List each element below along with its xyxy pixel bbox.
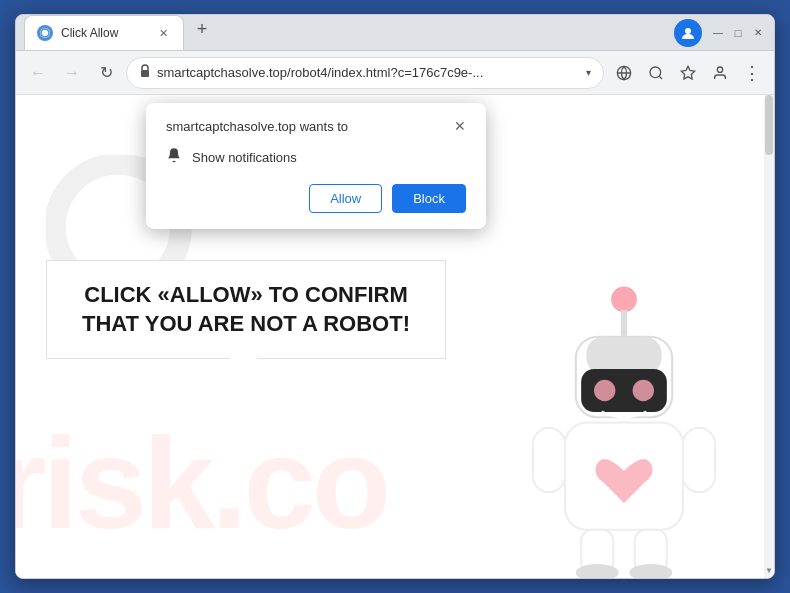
back-button[interactable]: ← [24,59,52,87]
close-button[interactable]: ✕ [750,25,766,41]
svg-rect-12 [587,337,662,375]
allow-button[interactable]: Allow [309,184,382,213]
scrollbar-down-button[interactable]: ▼ [764,562,774,578]
svg-rect-10 [621,310,627,337]
svg-point-4 [650,67,661,78]
notification-popup: smartcaptchasolve.top wants to ✕ Show no… [146,103,486,229]
profile-button[interactable] [674,19,702,47]
popup-title-text: smartcaptchasolve.top wants to [166,119,348,134]
reload-button[interactable]: ↻ [92,59,120,87]
search-button[interactable] [642,59,670,87]
svg-marker-5 [681,66,694,79]
svg-point-15 [594,380,615,401]
robot-illustration [514,278,734,578]
toolbar: ← → ↻ smartcaptchasolve.top/robot4/index… [16,51,774,95]
popup-header: smartcaptchasolve.top wants to ✕ [166,119,466,134]
url-text: smartcaptchasolve.top/robot4/index.html?… [157,65,580,80]
tab-strip: Click Allow ✕ + [24,15,674,50]
page-content: risk.co CLICK «ALLOW» TO CONFIRM THAT YO… [16,95,774,578]
scrollbar-thumb[interactable] [765,95,773,155]
translate-button[interactable] [610,59,638,87]
svg-point-17 [633,380,654,401]
active-tab[interactable]: Click Allow ✕ [24,15,184,50]
minimize-button[interactable]: — [710,25,726,41]
bell-icon [166,146,182,168]
lock-icon [139,64,151,81]
menu-button[interactable]: ⋮ [738,59,766,87]
speech-bubble-tail [228,356,258,378]
popup-buttons: Allow Block [166,184,466,213]
popup-close-button[interactable]: ✕ [454,119,466,133]
page-main-content: CLICK «ALLOW» TO CONFIRM THAT YOU ARE NO… [46,260,446,359]
toolbar-icons: ⋮ [610,59,766,87]
tab-title-text: Click Allow [61,26,147,40]
browser-window: Click Allow ✕ + — □ ✕ ← → ↻ [15,14,775,579]
tab-close-button[interactable]: ✕ [155,25,171,41]
block-button[interactable]: Block [392,184,466,213]
profile-account-button[interactable] [706,59,734,87]
svg-rect-20 [683,428,715,492]
watermark-text: risk.co [16,408,387,558]
svg-point-9 [611,287,637,313]
address-bar[interactable]: smartcaptchasolve.top/robot4/index.html?… [126,57,604,89]
down-arrow-icon: ▾ [586,67,591,78]
svg-rect-19 [533,428,565,492]
title-bar: Click Allow ✕ + — □ ✕ [16,15,774,51]
svg-point-1 [685,28,691,34]
svg-rect-2 [141,70,149,77]
page-heading: CLICK «ALLOW» TO CONFIRM THAT YOU ARE NO… [77,281,415,338]
scrollbar[interactable]: ▲ ▼ [764,95,774,578]
popup-permission-row: Show notifications [166,146,466,168]
maximize-button[interactable]: □ [730,25,746,41]
new-tab-button[interactable]: + [188,15,216,43]
bookmark-button[interactable] [674,59,702,87]
svg-point-6 [717,67,722,72]
forward-button[interactable]: → [58,59,86,87]
permission-text: Show notifications [192,150,297,165]
tab-favicon [37,25,53,41]
